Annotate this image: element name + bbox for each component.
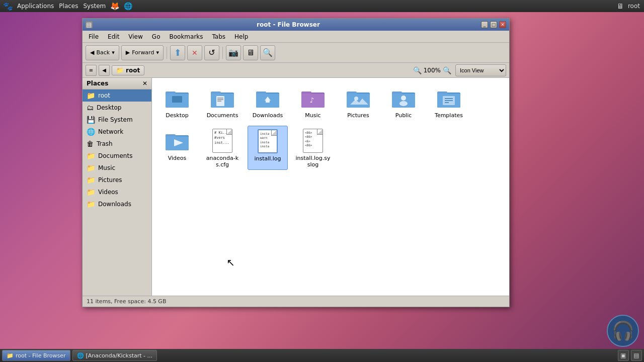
menu-file[interactable]: File — [85, 32, 103, 41]
menu-edit[interactable]: Edit — [104, 32, 123, 41]
web-icon[interactable]: 🌐 — [124, 2, 132, 10]
stop-button[interactable]: ✕ — [187, 45, 202, 60]
public-folder-img — [390, 85, 417, 111]
folder-svg-documents — [210, 87, 234, 109]
taskbar-file-browser[interactable]: 📁 root - File Browser — [2, 350, 70, 361]
sidebar-item-network[interactable]: 🌐 Network — [83, 126, 151, 138]
sidebar-item-music[interactable]: 📁 Music — [83, 162, 151, 174]
downloads-folder-label: Downloads — [253, 112, 283, 119]
gnome-foot-icon[interactable]: 🐾 — [4, 2, 12, 10]
main-area: Places ✕ 📁 root 🗂 Desktop 💾 File System … — [83, 78, 509, 296]
videos-folder-icon: 📁 — [87, 188, 95, 196]
close-button[interactable]: ✕ — [499, 21, 506, 28]
sidebar: Places ✕ 📁 root 🗂 Desktop 💾 File System … — [83, 78, 152, 296]
location-root[interactable]: 📁 root — [112, 65, 144, 75]
sidebar-item-documents[interactable]: 📁 Documents — [83, 150, 151, 162]
folder-templates[interactable]: Templates — [429, 83, 469, 121]
trash-sidebar-icon: 🗑 — [87, 140, 94, 148]
top-panel-left: 🐾 Applications Places System 🦊 🌐 — [4, 2, 132, 10]
menubar: File Edit View Go Bookmarks Tabs Help — [83, 31, 509, 43]
zoom-in-icon[interactable]: 🔍 — [443, 66, 451, 74]
folder-downloads[interactable]: Downloads — [248, 83, 288, 121]
folder-svg-pictures — [346, 87, 370, 109]
user-label: root — [628, 3, 640, 10]
file-install-log-syslog[interactable]: <86><86><6><86> install.log.syslog — [293, 126, 333, 170]
up-button[interactable]: ⬆ — [170, 45, 185, 60]
templates-folder-img — [436, 85, 462, 111]
downloads-folder-icon: 📁 — [87, 200, 95, 208]
menu-tabs[interactable]: Tabs — [208, 32, 230, 41]
folder-desktop[interactable]: Desktop — [157, 83, 197, 121]
filesystem-icon: 💾 — [87, 116, 95, 124]
folder-svg-videos — [165, 130, 189, 151]
computer-button[interactable]: 🖥 — [243, 45, 258, 60]
taskbar-desktop-icon-1[interactable]: ▣ — [618, 350, 629, 361]
reload-icon: ↺ — [208, 48, 215, 57]
videos-folder-label: Videos — [168, 155, 187, 161]
sidebar-item-desktop[interactable]: 🗂 Desktop — [83, 102, 151, 114]
view-mode-select[interactable]: Icon ViewList ViewCompact View — [455, 64, 506, 76]
folder-svg-public — [391, 87, 416, 109]
search-button[interactable]: 🔍 — [260, 45, 275, 60]
folder-public[interactable]: Public — [383, 83, 424, 121]
screen-icon[interactable]: 🖥 — [617, 2, 624, 10]
file-anaconda-ks-cfg[interactable]: # Ki...#versinst... anaconda-ks.cfg — [202, 126, 243, 170]
sidebar-network-label: Network — [98, 128, 123, 135]
menu-view[interactable]: View — [124, 32, 146, 41]
folder-music[interactable]: ♪ Music — [293, 83, 333, 121]
forward-arrow-icon: ▶ — [126, 49, 130, 56]
sidebar-pictures-label: Pictures — [98, 176, 122, 184]
reload-button[interactable]: ↺ — [204, 45, 219, 60]
sidebar-header[interactable]: Places ✕ — [83, 78, 151, 89]
stop-icon: ✕ — [192, 49, 198, 57]
zoom-out-icon[interactable]: 🔍 — [413, 66, 422, 74]
sidebar-item-trash[interactable]: 🗑 Trash — [83, 138, 151, 150]
folder-documents[interactable]: Documents — [202, 83, 243, 121]
forward-button[interactable]: ▶ Forward ▾ — [121, 45, 164, 60]
file-area: Desktop Documents — [152, 78, 509, 296]
taskbar: 📁 root - File Browser 🌐 [Anaconda/Kickst… — [0, 349, 644, 362]
sidebar-close-icon[interactable]: ✕ — [142, 80, 147, 87]
taskbar-right: ▣ ▤ — [618, 350, 642, 361]
status-text: 11 items, Free space: 4.5 GB — [87, 298, 166, 305]
menu-bookmarks[interactable]: Bookmarks — [165, 32, 207, 41]
anaconda-cfg-label: anaconda-ks.cfg — [204, 155, 240, 168]
pictures-folder-label: Pictures — [347, 112, 369, 119]
desktop-folder-img — [164, 85, 190, 111]
sidebar-places-label: Places — [87, 80, 108, 87]
taskbar-anaconda[interactable]: 🌐 [Anaconda/Kickstart - ... — [72, 350, 157, 361]
monitor-icon: 🖥 — [247, 48, 255, 57]
sidebar-item-root[interactable]: 📁 root — [83, 89, 151, 102]
menu-go[interactable]: Go — [148, 32, 165, 41]
applications-menu[interactable]: Applications — [17, 3, 54, 10]
sidebar-item-downloads[interactable]: 📁 Downloads — [83, 198, 151, 210]
window-title: root - File Browser — [96, 21, 481, 28]
places-menu[interactable]: Places — [59, 3, 78, 10]
anaconda-cfg-content: # Ki...#versinst... — [212, 129, 232, 153]
menu-help[interactable]: Help — [230, 32, 252, 41]
top-panel-right: 🖥 root — [617, 2, 640, 10]
file-install-log[interactable]: instawarninstainsta install.log — [248, 126, 288, 170]
back-button[interactable]: ◀ Back ▾ — [86, 45, 119, 60]
taskbar-anaconda-icon: 🌐 — [77, 352, 84, 359]
zoom-level: 100% — [424, 67, 441, 74]
firefox-icon[interactable]: 🦊 — [111, 2, 119, 10]
pictures-folder-icon: 📁 — [87, 176, 95, 184]
minimize-button[interactable]: _ — [481, 21, 488, 28]
sidebar-item-filesystem[interactable]: 💾 File System — [83, 114, 151, 126]
home-button[interactable]: 📷 — [226, 45, 241, 60]
toolbar: ◀ Back ▾ ▶ Forward ▾ ⬆ ✕ ↺ 📷 🖥 🔍 — [83, 43, 509, 63]
taskbar-desktop-icon-2[interactable]: ▤ — [631, 350, 642, 361]
sidebar-item-videos[interactable]: 📁 Videos — [83, 186, 151, 198]
toggle-sidebar-button[interactable]: ≡ — [86, 65, 97, 76]
folder-pictures[interactable]: Pictures — [338, 83, 378, 121]
sidebar-item-pictures[interactable]: 📁 Pictures — [83, 174, 151, 186]
anaconda-cfg-img: # Ki...#versinst... — [209, 128, 235, 154]
prev-location-button[interactable]: ◀ — [99, 65, 110, 76]
maximize-button[interactable]: □ — [490, 21, 497, 28]
folder-videos[interactable]: Videos — [157, 126, 197, 170]
system-menu[interactable]: System — [83, 3, 106, 10]
sidebar-filesystem-label: File System — [98, 116, 133, 123]
documents-folder-icon: 📁 — [87, 152, 95, 160]
install-log-syslog-label: install.log.syslog — [295, 155, 331, 168]
